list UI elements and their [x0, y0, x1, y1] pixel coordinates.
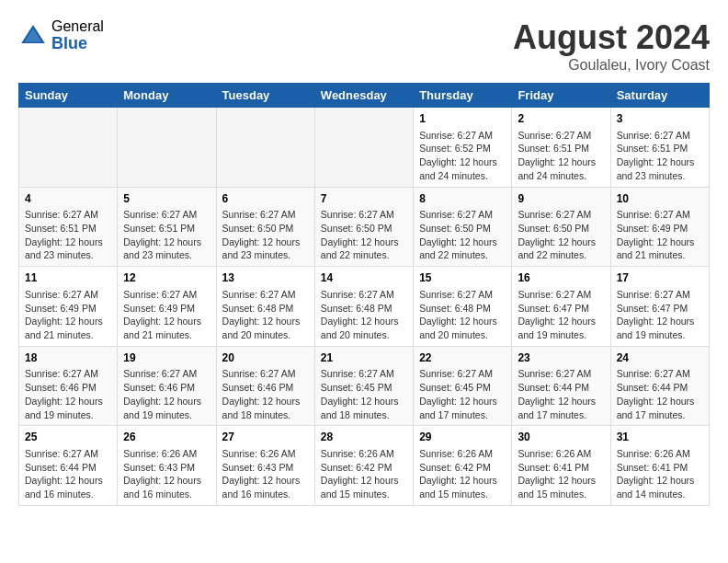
calendar-cell: [19, 108, 118, 188]
calendar-cell: 15Sunrise: 6:27 AM Sunset: 6:48 PM Dayli…: [414, 267, 512, 347]
day-number: 24: [617, 350, 703, 366]
calendar-cell: 1Sunrise: 6:27 AM Sunset: 6:52 PM Daylig…: [414, 108, 512, 188]
day-number: 31: [617, 430, 703, 445]
calendar-body: 1Sunrise: 6:27 AM Sunset: 6:52 PM Daylig…: [19, 108, 710, 506]
calendar-cell: 27Sunrise: 6:26 AM Sunset: 6:43 PM Dayli…: [216, 426, 314, 506]
day-info: Sunrise: 6:27 AM Sunset: 6:51 PM Dayligh…: [25, 209, 103, 260]
calendar-week-row: 4Sunrise: 6:27 AM Sunset: 6:51 PM Daylig…: [19, 187, 710, 267]
calendar-cell: 20Sunrise: 6:27 AM Sunset: 6:46 PM Dayli…: [216, 346, 314, 426]
calendar-cell: 22Sunrise: 6:27 AM Sunset: 6:45 PM Dayli…: [414, 346, 512, 426]
calendar-cell: 19Sunrise: 6:27 AM Sunset: 6:46 PM Dayli…: [118, 346, 216, 426]
calendar-cell: 10Sunrise: 6:27 AM Sunset: 6:49 PM Dayli…: [610, 187, 709, 267]
calendar-cell: 23Sunrise: 6:27 AM Sunset: 6:44 PM Dayli…: [512, 346, 610, 426]
calendar-cell: [216, 108, 314, 188]
logo: General Blue: [18, 18, 104, 52]
month-year: August 2024: [513, 18, 710, 57]
day-number: 4: [25, 191, 111, 207]
day-info: Sunrise: 6:27 AM Sunset: 6:50 PM Dayligh…: [518, 209, 596, 260]
day-number: 2: [518, 111, 604, 127]
day-number: 16: [518, 270, 604, 286]
calendar-week-row: 11Sunrise: 6:27 AM Sunset: 6:49 PM Dayli…: [19, 267, 710, 347]
page-header: General Blue August 2024 Goulaleu, Ivory…: [18, 18, 710, 74]
calendar-cell: [314, 108, 413, 188]
weekday-header: Friday: [512, 84, 610, 108]
day-info: Sunrise: 6:27 AM Sunset: 6:52 PM Dayligh…: [419, 130, 497, 181]
day-info: Sunrise: 6:26 AM Sunset: 6:41 PM Dayligh…: [518, 448, 596, 500]
weekday-header: Saturday: [610, 84, 709, 108]
day-number: 12: [123, 270, 210, 286]
weekday-header: Monday: [118, 84, 216, 108]
day-number: 30: [518, 430, 604, 445]
day-number: 5: [123, 191, 210, 207]
day-info: Sunrise: 6:27 AM Sunset: 6:50 PM Dayligh…: [222, 209, 301, 260]
calendar-cell: 2Sunrise: 6:27 AM Sunset: 6:51 PM Daylig…: [512, 108, 610, 188]
weekday-header: Tuesday: [216, 84, 314, 108]
calendar-cell: 11Sunrise: 6:27 AM Sunset: 6:49 PM Dayli…: [19, 267, 118, 347]
day-info: Sunrise: 6:27 AM Sunset: 6:49 PM Dayligh…: [25, 289, 103, 340]
day-number: 22: [419, 350, 506, 366]
day-number: 23: [518, 350, 604, 366]
day-number: 14: [321, 270, 407, 286]
day-info: Sunrise: 6:26 AM Sunset: 6:43 PM Dayligh…: [222, 448, 301, 500]
day-number: 8: [419, 191, 506, 207]
calendar-week-row: 18Sunrise: 6:27 AM Sunset: 6:46 PM Dayli…: [19, 346, 710, 426]
day-info: Sunrise: 6:27 AM Sunset: 6:50 PM Dayligh…: [419, 209, 497, 260]
calendar-cell: 9Sunrise: 6:27 AM Sunset: 6:50 PM Daylig…: [512, 187, 610, 267]
calendar-cell: 26Sunrise: 6:26 AM Sunset: 6:43 PM Dayli…: [118, 426, 216, 506]
day-number: 19: [123, 350, 210, 366]
day-info: Sunrise: 6:27 AM Sunset: 6:48 PM Dayligh…: [222, 289, 301, 340]
calendar-cell: 14Sunrise: 6:27 AM Sunset: 6:48 PM Dayli…: [314, 267, 413, 347]
day-info: Sunrise: 6:26 AM Sunset: 6:42 PM Dayligh…: [321, 448, 399, 500]
calendar-cell: 12Sunrise: 6:27 AM Sunset: 6:49 PM Dayli…: [118, 267, 216, 347]
weekday-header: Thursday: [414, 84, 512, 108]
day-info: Sunrise: 6:27 AM Sunset: 6:48 PM Dayligh…: [419, 289, 497, 340]
day-number: 29: [419, 430, 506, 445]
weekday-header: Sunday: [19, 84, 118, 108]
calendar-table: SundayMondayTuesdayWednesdayThursdayFrid…: [18, 83, 710, 506]
calendar-cell: [118, 108, 216, 188]
day-info: Sunrise: 6:27 AM Sunset: 6:45 PM Dayligh…: [419, 368, 497, 419]
day-info: Sunrise: 6:27 AM Sunset: 6:44 PM Dayligh…: [25, 448, 103, 500]
calendar-cell: 4Sunrise: 6:27 AM Sunset: 6:51 PM Daylig…: [19, 187, 118, 267]
calendar-cell: 24Sunrise: 6:27 AM Sunset: 6:44 PM Dayli…: [610, 346, 709, 426]
day-number: 10: [617, 191, 703, 207]
calendar-cell: 18Sunrise: 6:27 AM Sunset: 6:46 PM Dayli…: [19, 346, 118, 426]
calendar-cell: 28Sunrise: 6:26 AM Sunset: 6:42 PM Dayli…: [314, 426, 413, 506]
day-info: Sunrise: 6:27 AM Sunset: 6:48 PM Dayligh…: [321, 289, 399, 340]
day-info: Sunrise: 6:27 AM Sunset: 6:49 PM Dayligh…: [123, 289, 201, 340]
day-number: 7: [321, 191, 407, 207]
header-row: SundayMondayTuesdayWednesdayThursdayFrid…: [19, 84, 710, 108]
day-number: 26: [123, 430, 210, 445]
day-number: 15: [419, 270, 506, 286]
day-info: Sunrise: 6:27 AM Sunset: 6:50 PM Dayligh…: [321, 209, 399, 260]
calendar-header: SundayMondayTuesdayWednesdayThursdayFrid…: [19, 84, 710, 108]
day-info: Sunrise: 6:27 AM Sunset: 6:47 PM Dayligh…: [518, 289, 596, 340]
calendar-cell: 6Sunrise: 6:27 AM Sunset: 6:50 PM Daylig…: [216, 187, 314, 267]
day-number: 25: [25, 430, 111, 445]
location: Goulaleu, Ivory Coast: [513, 57, 710, 74]
calendar-cell: 3Sunrise: 6:27 AM Sunset: 6:51 PM Daylig…: [610, 108, 709, 188]
logo-text: General Blue: [51, 18, 104, 52]
weekday-header: Wednesday: [314, 84, 413, 108]
calendar-week-row: 25Sunrise: 6:27 AM Sunset: 6:44 PM Dayli…: [19, 426, 710, 506]
day-info: Sunrise: 6:27 AM Sunset: 6:51 PM Dayligh…: [123, 209, 201, 260]
day-number: 18: [25, 350, 111, 366]
day-info: Sunrise: 6:26 AM Sunset: 6:42 PM Dayligh…: [419, 448, 497, 500]
calendar-cell: 31Sunrise: 6:26 AM Sunset: 6:41 PM Dayli…: [610, 426, 709, 506]
day-number: 27: [222, 430, 309, 445]
calendar-cell: 5Sunrise: 6:27 AM Sunset: 6:51 PM Daylig…: [118, 187, 216, 267]
day-number: 1: [419, 111, 506, 127]
title-block: August 2024 Goulaleu, Ivory Coast: [513, 18, 710, 74]
calendar-cell: 21Sunrise: 6:27 AM Sunset: 6:45 PM Dayli…: [314, 346, 413, 426]
day-info: Sunrise: 6:27 AM Sunset: 6:46 PM Dayligh…: [222, 368, 301, 419]
day-info: Sunrise: 6:27 AM Sunset: 6:46 PM Dayligh…: [123, 368, 201, 419]
day-number: 17: [617, 270, 703, 286]
calendar-cell: 7Sunrise: 6:27 AM Sunset: 6:50 PM Daylig…: [314, 187, 413, 267]
day-info: Sunrise: 6:27 AM Sunset: 6:44 PM Dayligh…: [518, 368, 596, 419]
calendar-cell: 25Sunrise: 6:27 AM Sunset: 6:44 PM Dayli…: [19, 426, 118, 506]
day-number: 9: [518, 191, 604, 207]
calendar-cell: 13Sunrise: 6:27 AM Sunset: 6:48 PM Dayli…: [216, 267, 314, 347]
logo-blue: Blue: [51, 35, 104, 53]
day-info: Sunrise: 6:26 AM Sunset: 6:41 PM Dayligh…: [617, 448, 695, 500]
day-info: Sunrise: 6:27 AM Sunset: 6:51 PM Dayligh…: [518, 130, 596, 181]
